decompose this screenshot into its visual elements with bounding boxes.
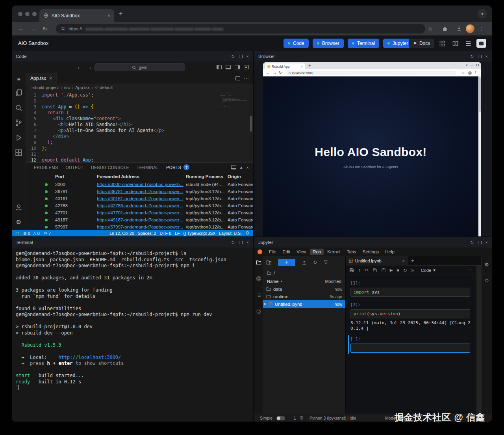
reload-button[interactable]: ↻ bbox=[43, 25, 47, 32]
embedded-browser-tab[interactable]: Rsbuild App × bbox=[265, 63, 305, 69]
run-all-icon[interactable]: » bbox=[411, 268, 414, 273]
bookmark-icon[interactable]: ☆ bbox=[461, 71, 465, 75]
problems-indicator[interactable]: ⊗ 0 △ 0 bbox=[23, 231, 40, 236]
download-icon[interactable] bbox=[456, 26, 462, 31]
menu-edit[interactable]: Edit bbox=[280, 249, 293, 255]
new-folder-icon[interactable] bbox=[266, 260, 272, 265]
split-editor-icon[interactable] bbox=[235, 76, 240, 80]
history-forward-button[interactable]: → bbox=[87, 64, 92, 70]
debugger-bug-icon[interactable] bbox=[484, 278, 489, 283]
panel-close-icon[interactable]: × bbox=[246, 240, 249, 245]
breadcrumb-item[interactable]: default bbox=[100, 85, 113, 90]
encoding[interactable]: UTF-8 bbox=[159, 231, 171, 236]
toggle-panel-icon[interactable] bbox=[226, 65, 231, 69]
code-editor[interactable]: 1import './App.css';23const App = () => … bbox=[26, 91, 253, 162]
indentation[interactable]: Spaces: 2 bbox=[138, 231, 156, 236]
file-row-data[interactable]: datanow bbox=[263, 285, 345, 293]
port-forwarded-address[interactable]: https://42783-ondemand-t7osqboc-power... bbox=[97, 203, 186, 208]
close-panel-icon[interactable]: × bbox=[246, 165, 249, 170]
column-header[interactable]: Running Process bbox=[186, 174, 228, 179]
filter-icon[interactable] bbox=[323, 260, 328, 265]
port-forwarded-address[interactable]: https://40161-ondemand-t7osqboc-power... bbox=[97, 196, 186, 201]
site-info-icon[interactable] bbox=[61, 26, 65, 31]
cell-type-dropdown[interactable]: Code ▾ bbox=[421, 268, 435, 273]
minimize-window-button[interactable] bbox=[25, 12, 30, 16]
terminal-count[interactable]: 1 bbox=[294, 416, 296, 420]
profile-avatar[interactable] bbox=[466, 24, 474, 33]
panel-maximize-icon[interactable] bbox=[478, 241, 482, 244]
command-center[interactable]: gem bbox=[94, 63, 185, 71]
breadcrumb-item[interactable]: App.tsx bbox=[75, 85, 90, 90]
panel-tab-output[interactable]: OUTPUT bbox=[66, 163, 84, 172]
column-header[interactable]: Origin bbox=[228, 174, 253, 179]
port-forwarded-address[interactable]: https://57997-ondemand-t7osqboc-power... bbox=[97, 225, 186, 229]
port-row[interactable]: 36781https://36781-ondemand-t7osqboc-pow… bbox=[26, 188, 253, 195]
port-row[interactable]: 49187https://49187-ondemand-t7osqboc-pow… bbox=[26, 216, 253, 223]
port-row[interactable]: 40161https://40161-ondemand-t7osqboc-pow… bbox=[26, 195, 253, 202]
panel-refresh-icon[interactable]: ↻ bbox=[231, 240, 235, 245]
kernel-status[interactable]: Python 3 (ipykernel) | Idle bbox=[309, 416, 356, 420]
panel-tab-terminal[interactable]: TERMINAL bbox=[137, 163, 159, 172]
toggle-primary-sidebar-icon[interactable] bbox=[217, 65, 222, 69]
keyboard-layout[interactable]: Layout: U.S. bbox=[219, 231, 242, 236]
simple-mode-toggle[interactable] bbox=[276, 416, 285, 420]
panel-tab-ports[interactable]: PORTS7 bbox=[166, 163, 189, 172]
forward-button[interactable]: → bbox=[30, 25, 36, 32]
breadcrumb-item[interactable]: rsbuild-project bbox=[32, 85, 59, 90]
language-mode[interactable]: {} TypeScript JSX bbox=[183, 231, 215, 236]
file-row-runtime[interactable]: runtime9s ago bbox=[263, 293, 345, 300]
menu-icon[interactable]: ⋮ bbox=[474, 71, 477, 74]
history-back-button[interactable]: ← bbox=[77, 64, 82, 70]
upload-icon[interactable] bbox=[302, 260, 307, 265]
customize-layout-icon[interactable] bbox=[244, 65, 249, 69]
panel-close-icon[interactable]: × bbox=[246, 54, 249, 59]
embedded-address-bar[interactable]: localhost:3000 bbox=[286, 71, 456, 75]
panel-close-icon[interactable]: × bbox=[485, 240, 488, 245]
maximize-icon[interactable] bbox=[476, 64, 479, 66]
port-row[interactable]: 42783https://42783-ondemand-t7osqboc-pow… bbox=[26, 202, 253, 209]
port-row[interactable]: 47701https://47701-ondemand-t7osqboc-pow… bbox=[26, 209, 253, 216]
panel-maximize-icon[interactable] bbox=[239, 55, 243, 58]
menu-tabs[interactable]: Tabs bbox=[344, 249, 359, 255]
new-tab-button[interactable]: + bbox=[119, 9, 122, 18]
breadcrumb[interactable]: rsbuild-project › src › App.tsx › ◇ defa… bbox=[26, 84, 253, 91]
zoom-window-button[interactable] bbox=[32, 12, 37, 16]
column-header-modified[interactable]: Modified bbox=[325, 279, 341, 284]
port-forwarded-address[interactable]: https://3000-ondemand-t7osqboc-powerb... bbox=[97, 182, 186, 187]
file-browser-icon[interactable] bbox=[256, 260, 261, 265]
extensions-icon[interactable] bbox=[442, 26, 448, 32]
cell-input[interactable] bbox=[350, 344, 470, 353]
close-window-button[interactable] bbox=[18, 12, 22, 16]
cursor-position[interactable]: Ln 12, Col 20 bbox=[109, 231, 134, 236]
panel-tab-problems[interactable]: PROBLEMS bbox=[34, 163, 58, 172]
add-tab-button[interactable]: + bbox=[411, 258, 414, 264]
terminal-output[interactable]: gem@ondemand-t7osqboc-powerbmiuo-fspfs:~… bbox=[12, 247, 253, 422]
table-of-contents-icon[interactable] bbox=[256, 292, 261, 298]
notebook-cell[interactable]: [ ]: bbox=[350, 336, 470, 353]
port-row[interactable]: 3000https://3000-ondemand-t7osqboc-power… bbox=[26, 181, 253, 188]
copy-cells-icon[interactable] bbox=[372, 268, 377, 273]
forward-button[interactable]: → bbox=[272, 71, 276, 75]
settings-gear-icon[interactable]: ⚙ bbox=[12, 215, 26, 230]
minimap[interactable]: import './App.css'; const App = () => { … bbox=[220, 93, 250, 115]
remote-indicator-icon[interactable] bbox=[15, 231, 20, 236]
menu-kernel[interactable]: Kernel bbox=[324, 249, 343, 255]
more-commands-icon[interactable]: ⋯ bbox=[468, 267, 472, 273]
paste-cells-icon[interactable] bbox=[381, 268, 386, 273]
port-forwarded-address[interactable]: https://36781-ondemand-t7osqboc-power... bbox=[97, 189, 186, 194]
file-browser-breadcrumb[interactable]: / bbox=[263, 269, 345, 277]
cut-cells-icon[interactable]: ✂ bbox=[365, 268, 369, 272]
forwarded-ports-indicator[interactable]: 7 bbox=[43, 231, 51, 236]
docs-button[interactable]: ⚑ Docs bbox=[409, 39, 434, 48]
source-control-icon[interactable] bbox=[12, 115, 26, 130]
extensions-icon[interactable] bbox=[12, 145, 26, 160]
menu-settings[interactable]: Settings bbox=[360, 249, 382, 255]
chevron-down-icon[interactable]: ▾ bbox=[466, 63, 467, 67]
column-header-name[interactable]: Name bbox=[267, 279, 278, 284]
back-button[interactable]: ← bbox=[266, 71, 270, 75]
panel-tab-debug-console[interactable]: DEBUG CONSOLE bbox=[91, 163, 129, 172]
port-forwarded-address[interactable]: https://49187-ondemand-t7osqboc-power... bbox=[97, 217, 186, 222]
search-icon[interactable] bbox=[12, 100, 26, 115]
property-inspector-gear-icon[interactable]: ⚙ bbox=[484, 262, 489, 268]
notebook-cell[interactable]: [1]:import sys bbox=[350, 281, 470, 297]
